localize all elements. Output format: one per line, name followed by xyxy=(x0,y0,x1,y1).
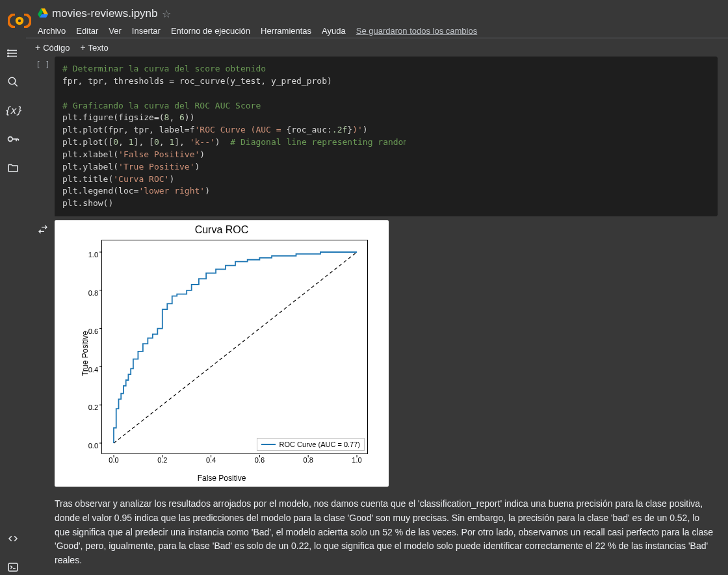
colab-logo[interactable] xyxy=(8,9,31,32)
x-tick: 0.8 xyxy=(304,456,313,464)
x-tick: 1.0 xyxy=(352,456,361,464)
terminal-icon[interactable] xyxy=(5,559,21,575)
svg-point-10 xyxy=(8,77,16,84)
menu-bar: Archivo Editar Ver Insertar Entorno de e… xyxy=(38,22,718,39)
analysis-paragraph-1: Tras observar y analizar los resultados … xyxy=(55,497,716,567)
add-code-button[interactable]: +Código xyxy=(35,42,70,53)
code-cell[interactable]: # Determinar la curva del score obtenido… xyxy=(55,57,718,216)
code-snippets-icon[interactable] xyxy=(5,531,21,546)
variables-icon[interactable]: {x} xyxy=(5,103,21,118)
output-toggle-icon[interactable] xyxy=(38,224,48,497)
y-tick: 0.0 xyxy=(88,442,98,450)
svg-point-9 xyxy=(8,56,9,57)
star-icon[interactable]: ☆ xyxy=(162,8,171,20)
menu-ver[interactable]: Ver xyxy=(109,26,122,36)
menu-ayuda[interactable]: Ayuda xyxy=(322,26,346,36)
menu-editar[interactable]: Editar xyxy=(76,26,98,36)
svg-line-11 xyxy=(14,83,18,86)
x-tick: 0.0 xyxy=(109,456,118,464)
file-name[interactable]: movies-reviews.ipynb xyxy=(52,7,158,20)
x-tick: 0.6 xyxy=(255,456,265,464)
svg-point-12 xyxy=(8,137,13,142)
svg-point-7 xyxy=(8,50,9,51)
chart-title: Curva ROC xyxy=(55,224,389,236)
svg-point-0 xyxy=(17,18,22,23)
save-status[interactable]: Se guardaron todos los cambios xyxy=(356,26,477,36)
svg-rect-16 xyxy=(8,563,18,571)
secrets-icon[interactable] xyxy=(5,131,21,147)
x-tick: 0.4 xyxy=(206,456,216,464)
markdown-cell[interactable]: Tras observar y analizar los resultados … xyxy=(31,497,718,575)
menu-herramientas[interactable]: Herramientas xyxy=(261,26,311,36)
chart-xlabel: False Positive xyxy=(55,474,389,483)
search-icon[interactable] xyxy=(5,74,21,90)
y-tick: 1.0 xyxy=(88,251,98,259)
toc-icon[interactable] xyxy=(5,45,21,61)
y-tick: 0.8 xyxy=(88,289,98,297)
drive-icon xyxy=(38,8,48,19)
cell-exec-indicator[interactable]: [ ] xyxy=(36,60,50,216)
menu-archivo[interactable]: Archivo xyxy=(38,26,66,36)
svg-line-20 xyxy=(114,252,357,443)
roc-chart: Curva ROC True Positive False Positive R… xyxy=(55,220,389,487)
y-tick: 0.6 xyxy=(88,327,98,335)
y-tick: 0.4 xyxy=(88,366,98,374)
menu-entorno[interactable]: Entorno de ejecución xyxy=(171,26,250,36)
menu-insertar[interactable]: Insertar xyxy=(132,26,161,36)
chart-legend: ROC Curve (AUC = 0.77) xyxy=(257,438,365,451)
x-tick: 0.2 xyxy=(157,456,167,464)
add-text-button[interactable]: +Texto xyxy=(80,42,108,53)
svg-point-8 xyxy=(8,53,9,54)
y-tick: 0.2 xyxy=(88,403,98,411)
files-icon[interactable] xyxy=(5,160,21,175)
